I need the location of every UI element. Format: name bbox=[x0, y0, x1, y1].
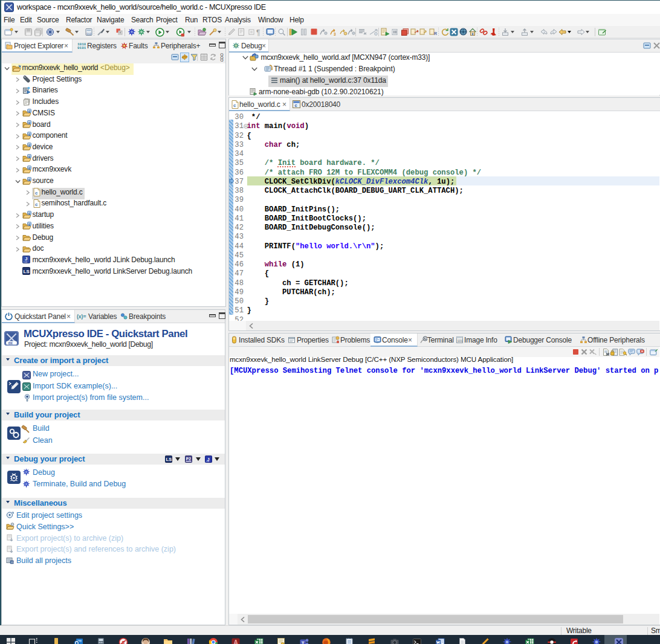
svg-text:IDE: IDE bbox=[8, 342, 13, 345]
svg-text:Link: Link bbox=[206, 460, 210, 463]
svg-text:P2: P2 bbox=[186, 457, 191, 461]
svg-text:Link: Link bbox=[24, 261, 28, 263]
svg-text:c: c bbox=[35, 190, 38, 196]
svg-text:(x)=: (x)= bbox=[77, 314, 86, 320]
svg-text:010: 010 bbox=[86, 33, 91, 36]
svg-text:c: c bbox=[35, 202, 38, 207]
svg-text:LS: LS bbox=[166, 457, 172, 462]
svg-text:LS: LS bbox=[24, 269, 30, 274]
svg-text:c: c bbox=[233, 103, 236, 108]
svg-text:S: S bbox=[122, 640, 125, 644]
svg-text:¶: ¶ bbox=[256, 28, 260, 37]
svg-text:A: A bbox=[234, 639, 238, 644]
svg-text:101: 101 bbox=[458, 340, 463, 343]
svg-text:010: 010 bbox=[11, 561, 14, 564]
svg-text:0101: 0101 bbox=[77, 46, 86, 50]
svg-text:c: c bbox=[295, 103, 297, 108]
svg-text:R: R bbox=[434, 31, 437, 36]
svg-text:T: T bbox=[302, 640, 305, 644]
svg-text:3: 3 bbox=[334, 32, 336, 36]
